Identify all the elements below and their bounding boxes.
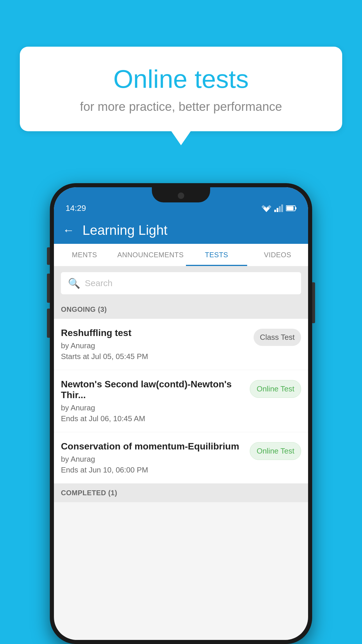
volume-down-button [47, 274, 50, 303]
tab-videos[interactable]: VIDEOS [247, 244, 308, 266]
app-header: ← Learning Light [54, 216, 308, 244]
signal-icon [274, 204, 283, 212]
test-author: by Anurag [61, 403, 244, 412]
phone-notch [152, 187, 210, 202]
test-name: Conservation of momentum-Equilibrium [61, 441, 244, 452]
test-name: Newton's Second law(contd)-Newton's Thir… [61, 379, 244, 400]
test-list: Reshuffling test by Anurag Starts at Jul… [54, 319, 308, 484]
test-badge: Online Test [250, 380, 301, 398]
phone-camera [178, 192, 184, 199]
svg-rect-7 [295, 207, 296, 209]
test-info: Newton's Second law(contd)-Newton's Thir… [61, 379, 244, 423]
svg-rect-4 [279, 206, 281, 212]
test-author: by Anurag [61, 341, 248, 350]
tab-assignments[interactable]: MENTS [54, 244, 115, 266]
battery-icon [286, 204, 296, 212]
search-placeholder: Search [85, 278, 113, 288]
bubble-title: Online tests [43, 64, 319, 94]
test-info: Reshuffling test by Anurag Starts at Jul… [61, 328, 248, 361]
phone-outer: 14:29 [50, 183, 312, 644]
volume-up-button [47, 247, 50, 265]
tab-tests[interactable]: TESTS [186, 244, 247, 266]
test-badge: Class Test [254, 329, 301, 346]
svg-rect-5 [281, 204, 283, 212]
phone-device: 14:29 [50, 183, 312, 644]
power-button [312, 282, 315, 323]
test-date: Ends at Jun 10, 06:00 PM [61, 466, 244, 475]
test-badge: Online Test [250, 442, 301, 460]
extra-button [47, 309, 50, 338]
svg-marker-1 [261, 205, 271, 212]
test-date: Starts at Jul 05, 05:45 PM [61, 352, 248, 361]
test-item[interactable]: Newton's Second law(contd)-Newton's Thir… [54, 370, 308, 432]
bubble-subtitle: for more practice, better performance [43, 100, 319, 114]
section-completed: COMPLETED (1) [54, 484, 308, 502]
test-name: Reshuffling test [61, 328, 248, 338]
svg-rect-8 [287, 206, 294, 210]
test-date: Ends at Jul 06, 10:45 AM [61, 414, 244, 423]
test-author: by Anurag [61, 455, 244, 464]
search-icon: 🔍 [68, 277, 80, 289]
back-button[interactable]: ← [63, 224, 74, 237]
wifi-icon [261, 204, 271, 212]
svg-rect-2 [274, 210, 276, 212]
search-box[interactable]: 🔍 Search [61, 272, 301, 294]
status-time: 14:29 [66, 204, 86, 213]
test-item[interactable]: Reshuffling test by Anurag Starts at Jul… [54, 319, 308, 370]
section-ongoing: ONGOING (3) [54, 300, 308, 319]
speech-bubble: Online tests for more practice, better p… [20, 47, 342, 131]
test-item[interactable]: Conservation of momentum-Equilibrium by … [54, 432, 308, 484]
app-title: Learning Light [82, 222, 168, 238]
tab-announcements[interactable]: ANNOUNCEMENTS [115, 244, 186, 266]
phone-screen: 14:29 [54, 187, 308, 640]
test-info: Conservation of momentum-Equilibrium by … [61, 441, 244, 475]
status-icons [261, 204, 296, 212]
search-container: 🔍 Search [54, 266, 308, 300]
speech-bubble-container: Online tests for more practice, better p… [20, 47, 342, 131]
svg-rect-3 [277, 208, 278, 212]
tabs-bar: MENTS ANNOUNCEMENTS TESTS VIDEOS [54, 244, 308, 266]
